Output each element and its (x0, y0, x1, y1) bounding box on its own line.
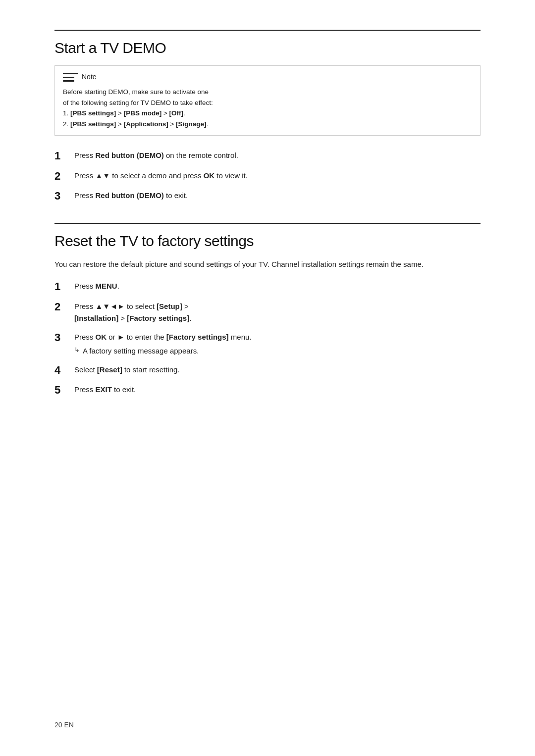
step-text-1: Press Red button (DEMO) on the remote co… (74, 150, 481, 161)
section2-title: Reset the TV to factory settings (54, 233, 481, 250)
section-reset-tv: Reset the TV to factory settings You can… (54, 223, 481, 397)
page-footer: 20 EN (54, 721, 74, 729)
reset-step-number-5: 5 (54, 384, 72, 397)
step-number-3: 3 (54, 190, 72, 202)
demo-step-2: 2 Press ▲▼ to select a demo and press OK… (54, 170, 481, 183)
note-icon (63, 72, 78, 83)
step-text-2: Press ▲▼ to select a demo and press OK t… (74, 170, 481, 182)
note-label: Note (82, 72, 97, 83)
demo-step-1: 1 Press Red button (DEMO) on the remote … (54, 150, 481, 162)
step-number-2: 2 (54, 170, 72, 183)
section2-intro: You can restore the default picture and … (54, 258, 481, 271)
note-body: Before starting DEMO, make sure to activ… (63, 87, 472, 129)
demo-step-3: 3 Press Red button (DEMO) to exit. (54, 190, 481, 202)
reset-step-3: 3 Press OK or ► to enter the [Factory se… (54, 331, 481, 357)
reset-step-3-sub: ↳ A factory setting message appears. (74, 345, 481, 357)
arrow-bullet: ↳ (74, 345, 80, 355)
reset-step-1: 1 Press MENU. (54, 280, 481, 293)
reset-step-5: 5 Press EXIT to exit. (54, 384, 481, 397)
reset-step-text-1: Press MENU. (74, 280, 481, 292)
note-line3: 1. [PBS settings] > [PBS mode] > [Off]. (63, 109, 185, 117)
note-line2: of the following setting for TV DEMO to … (63, 99, 213, 106)
section-divider-1 (54, 30, 481, 31)
reset-step-text-5: Press EXIT to exit. (74, 384, 481, 396)
reset-step-number-1: 1 (54, 280, 72, 293)
note-box: Note Before starting DEMO, make sure to … (54, 65, 481, 136)
note-line4: 2. [PBS settings] > [Applications] > [Si… (63, 120, 208, 128)
reset-step-2: 2 Press ▲▼◄► to select [Setup] >[Install… (54, 301, 481, 324)
step-number-1: 1 (54, 150, 72, 162)
reset-steps: 1 Press MENU. 2 Press ▲▼◄► to select [Se… (54, 280, 481, 397)
reset-step-text-3: Press OK or ► to enter the [Factory sett… (74, 331, 481, 357)
note-header: Note (63, 72, 472, 83)
reset-step-text-2: Press ▲▼◄► to select [Setup] >[Installat… (74, 301, 481, 324)
reset-step-text-4: Select [Reset] to start resetting. (74, 364, 481, 376)
reset-step-number-2: 2 (54, 301, 72, 313)
section-divider-2 (54, 223, 481, 224)
reset-step-4: 4 Select [Reset] to start resetting. (54, 364, 481, 377)
page-content: Start a TV DEMO Note Before starting DEM… (54, 30, 481, 397)
step-text-3: Press Red button (DEMO) to exit. (74, 190, 481, 202)
section1-title: Start a TV DEMO (54, 40, 481, 56)
note-line1: Before starting DEMO, make sure to activ… (63, 88, 209, 96)
sub-item-text: A factory setting message appears. (83, 345, 199, 357)
reset-step-number-3: 3 (54, 331, 72, 344)
demo-steps: 1 Press Red button (DEMO) on the remote … (54, 150, 481, 202)
reset-step-number-4: 4 (54, 364, 72, 377)
section-start-demo: Start a TV DEMO Note Before starting DEM… (54, 30, 481, 203)
